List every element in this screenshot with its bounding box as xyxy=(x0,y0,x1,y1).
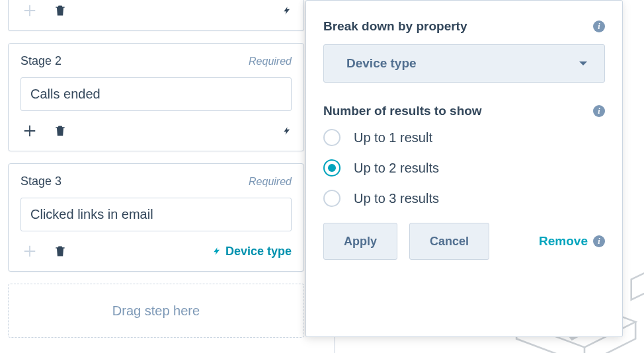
breakdown-toggle[interactable] xyxy=(282,124,292,137)
required-label: Required xyxy=(249,56,292,67)
trash-icon xyxy=(54,124,67,138)
stages-column: Stage 2 Required Stage 3 Required xyxy=(8,0,304,338)
breakdown-toggle-active[interactable] xyxy=(212,245,221,258)
property-dropdown[interactable]: Device type xyxy=(323,44,605,83)
bolt-icon xyxy=(282,124,292,137)
breakdown-config-panel: Break down by property i Device type Num… xyxy=(305,0,623,337)
trash-icon xyxy=(54,3,67,18)
plus-icon xyxy=(22,3,37,18)
bolt-icon xyxy=(212,245,221,258)
stage-card-truncated xyxy=(8,0,304,31)
radio-icon xyxy=(323,129,341,146)
stage-name-input[interactable] xyxy=(20,77,292,111)
card-header: Stage 3 Required xyxy=(20,175,292,188)
breakdown-label-row: Break down by property i xyxy=(323,19,605,34)
radio-option-2[interactable]: Up to 2 results xyxy=(323,159,605,176)
radio-icon xyxy=(323,190,341,207)
radio-label: Up to 3 results xyxy=(354,191,439,206)
radio-label: Up to 2 results xyxy=(354,161,439,176)
radio-label: Up to 1 result xyxy=(354,130,432,145)
card-footer xyxy=(20,122,292,140)
cancel-button[interactable]: Cancel xyxy=(409,223,489,260)
results-radio-group: Up to 1 result Up to 2 results Up to 3 r… xyxy=(323,129,605,207)
results-heading: Number of results to show xyxy=(323,104,482,118)
remove-link[interactable]: Remove i xyxy=(539,234,605,249)
bolt-icon xyxy=(282,4,292,17)
radio-icon xyxy=(323,159,341,176)
card-header: Stage 2 Required xyxy=(20,54,292,68)
panel-buttons: Apply Cancel Remove i xyxy=(323,223,605,260)
info-icon[interactable]: i xyxy=(593,20,605,32)
breakdown-toggle[interactable] xyxy=(282,4,292,17)
remove-label: Remove xyxy=(539,234,588,249)
delete-stage-button[interactable] xyxy=(51,1,69,20)
stage-label: Stage 3 xyxy=(20,175,61,188)
stage-label: Stage 2 xyxy=(20,54,61,68)
required-label: Required xyxy=(249,176,292,188)
plus-icon xyxy=(22,244,37,258)
delete-stage-button[interactable] xyxy=(51,122,69,140)
chevron-down-icon xyxy=(579,61,587,65)
card-footer: Device type xyxy=(20,242,292,260)
radio-option-1[interactable]: Up to 1 result xyxy=(323,129,605,146)
drop-zone[interactable]: Drag step here xyxy=(8,284,304,338)
add-filter-button xyxy=(20,1,39,20)
stage-card-3: Stage 3 Required Device type xyxy=(8,163,304,272)
info-icon: i xyxy=(593,235,605,247)
stage-name-input[interactable] xyxy=(20,198,292,231)
plus-icon xyxy=(22,124,37,138)
add-filter-button xyxy=(20,242,39,260)
delete-stage-button[interactable] xyxy=(51,242,69,260)
breakdown-heading: Break down by property xyxy=(323,19,467,34)
apply-button[interactable]: Apply xyxy=(323,223,397,260)
dropdown-selected-label: Device type xyxy=(346,56,417,71)
trash-icon xyxy=(54,244,67,258)
breakdown-property-link[interactable]: Device type xyxy=(225,245,292,258)
card-footer xyxy=(20,1,292,20)
results-label-row: Number of results to show i xyxy=(323,104,605,118)
radio-option-3[interactable]: Up to 3 results xyxy=(323,190,605,207)
info-icon[interactable]: i xyxy=(593,105,605,117)
stage-card-2: Stage 2 Required xyxy=(8,43,304,151)
drop-zone-label: Drag step here xyxy=(112,303,200,319)
add-filter-button[interactable] xyxy=(20,122,39,140)
